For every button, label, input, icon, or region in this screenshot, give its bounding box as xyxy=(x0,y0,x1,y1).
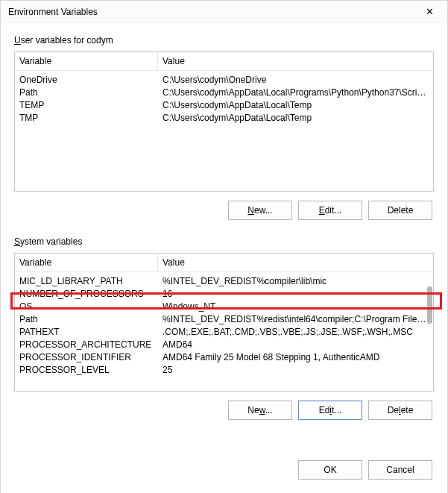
window-title: Environment Variables xyxy=(8,7,413,17)
table-row[interactable]: TMPC:\Users\codym\AppData\Local\Temp xyxy=(15,112,433,125)
row-value: 16 xyxy=(158,289,433,299)
table-row[interactable]: OSWindows_NT xyxy=(15,301,433,313)
user-variables-label: User variables for codym xyxy=(14,35,113,45)
system-variables-section: System variables Variable Value MIC_LD_L… xyxy=(14,236,434,420)
row-variable: OneDrive xyxy=(15,75,158,85)
system-header-value[interactable]: Value xyxy=(158,254,433,271)
system-list-header: Variable Value xyxy=(15,254,433,272)
row-value: 25 xyxy=(158,365,433,375)
row-value: %INTEL_DEV_REDIST%redist\intel64\compile… xyxy=(158,314,433,324)
env-variables-dialog: Environment Variables ✕ User variables f… xyxy=(0,0,448,493)
user-rows: OneDriveC:\Users\codym\OneDrivePathC:\Us… xyxy=(15,71,433,183)
table-row[interactable]: PathC:\Users\codym\AppData\Local\Program… xyxy=(15,87,433,99)
table-row[interactable]: OneDriveC:\Users\codym\OneDrive xyxy=(15,74,433,87)
row-variable: OS xyxy=(15,301,158,312)
row-variable: TEMP xyxy=(15,100,158,110)
user-variables-section: User variables for codym Variable Value … xyxy=(14,35,434,220)
scrollbar[interactable] xyxy=(426,279,432,391)
system-edit-button[interactable]: Edit... xyxy=(298,401,362,420)
row-variable: MIC_LD_LIBRARY_PATH xyxy=(15,276,158,286)
user-list-header: Variable Value xyxy=(15,52,433,71)
user-delete-button[interactable]: Delete xyxy=(368,201,432,220)
row-variable: PROCESSOR_LEVEL xyxy=(15,365,158,375)
row-variable: PATHEXT xyxy=(15,327,158,337)
table-row[interactable]: PROCESSOR_ARCHITECTUREAMD64 xyxy=(15,339,433,351)
system-delete-button[interactable]: Delete xyxy=(368,401,432,420)
row-value: C:\Users\codym\OneDrive xyxy=(158,75,433,85)
row-variable: NUMBER_OF_PROCESSORS xyxy=(15,289,158,299)
ok-button[interactable]: OK xyxy=(298,460,362,480)
table-row[interactable]: NUMBER_OF_PROCESSORS16 xyxy=(15,288,433,301)
cancel-button[interactable]: Cancel xyxy=(368,460,432,480)
row-value: .COM;.EXE;.BAT;.CMD;.VBS;.VBE;.JS;.JSE;.… xyxy=(158,327,433,337)
row-value: C:\Users\codym\AppData\Local\Temp xyxy=(158,100,433,110)
system-variables-listbox[interactable]: Variable Value MIC_LD_LIBRARY_PATH%INTEL… xyxy=(14,253,434,392)
dialog-content: User variables for codym Variable Value … xyxy=(1,23,447,450)
titlebar: Environment Variables ✕ xyxy=(1,1,447,23)
user-header-variable[interactable]: Variable xyxy=(15,52,158,70)
user-header-value[interactable]: Value xyxy=(158,52,433,70)
close-icon[interactable]: ✕ xyxy=(413,1,446,22)
user-new-button[interactable]: New... xyxy=(228,201,292,220)
user-button-row: New... Edit... Delete xyxy=(14,201,434,220)
table-row[interactable]: Path%INTEL_DEV_REDIST%redist\intel64\com… xyxy=(15,313,433,326)
row-value: C:\Users\codym\AppData\Local\Temp xyxy=(158,113,433,123)
user-edit-button[interactable]: Edit... xyxy=(298,201,362,220)
row-value: %INTEL_DEV_REDIST%compiler\lib\mic xyxy=(158,276,433,286)
row-variable: Path xyxy=(15,87,158,98)
row-variable: PROCESSOR_IDENTIFIER xyxy=(15,352,158,362)
system-header-variable[interactable]: Variable xyxy=(15,254,158,271)
row-variable: PROCESSOR_ARCHITECTURE xyxy=(15,339,158,350)
table-row[interactable]: MIC_LD_LIBRARY_PATH%INTEL_DEV_REDIST%com… xyxy=(15,275,433,288)
row-value: AMD64 xyxy=(158,339,433,350)
system-variables-label: System variables xyxy=(14,236,82,247)
row-variable: TMP xyxy=(15,113,158,123)
table-row[interactable]: TEMPC:\Users\codym\AppData\Local\Temp xyxy=(15,99,433,112)
table-row[interactable]: PROCESSOR_LEVEL25 xyxy=(15,364,433,377)
user-variables-listbox[interactable]: Variable Value OneDriveC:\Users\codym\On… xyxy=(14,51,434,192)
system-rows: MIC_LD_LIBRARY_PATH%INTEL_DEV_REDIST%com… xyxy=(15,272,433,389)
row-variable: Path xyxy=(15,314,158,324)
row-value: C:\Users\codym\AppData\Local\Programs\Py… xyxy=(158,87,433,98)
table-row[interactable]: PROCESSOR_IDENTIFIERAMD64 Family 25 Mode… xyxy=(15,351,433,364)
row-value: AMD64 Family 25 Model 68 Stepping 1, Aut… xyxy=(158,352,433,362)
system-new-button[interactable]: New... xyxy=(228,401,292,420)
system-button-row: New... Edit... Delete xyxy=(14,401,434,420)
table-row[interactable]: PATHEXT.COM;.EXE;.BAT;.CMD;.VBS;.VBE;.JS… xyxy=(15,326,433,339)
dialog-button-row: OK Cancel xyxy=(1,450,447,493)
row-value: Windows_NT xyxy=(158,301,433,312)
scrollbar-thumb[interactable] xyxy=(427,286,432,324)
